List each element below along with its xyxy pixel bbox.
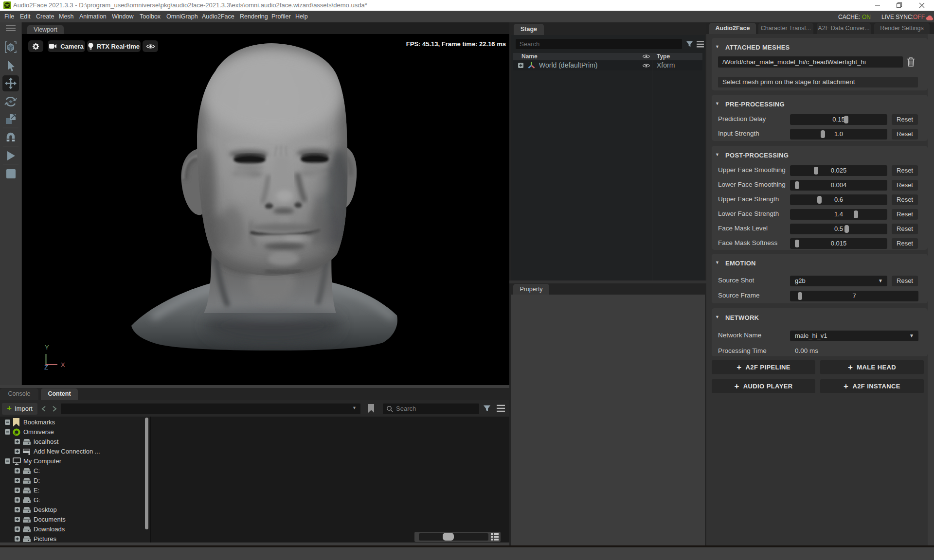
svg-text:Y: Y xyxy=(45,344,49,351)
svg-text:Z: Z xyxy=(44,364,48,371)
svg-text:X: X xyxy=(61,361,65,368)
